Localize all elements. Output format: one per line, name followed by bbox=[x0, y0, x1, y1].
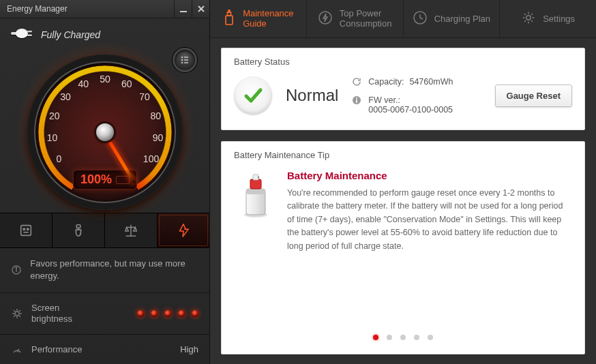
gauge-tick-label: 0 bbox=[57, 153, 62, 164]
svg-rect-30 bbox=[226, 16, 233, 25]
info-rows: Favors performance, but may use more ene… bbox=[0, 248, 209, 364]
spray-can-graphic bbox=[237, 170, 275, 253]
svg-point-33 bbox=[319, 12, 331, 24]
tab-label: Top Power Consumption bbox=[340, 9, 392, 29]
battery-gauge: 100% 0102030405060708090100 bbox=[27, 55, 183, 210]
refresh-icon bbox=[352, 77, 363, 89]
performance-row[interactable]: Performance High bbox=[0, 335, 209, 364]
mode-tab-performance[interactable] bbox=[158, 213, 209, 247]
svg-rect-6 bbox=[27, 35, 32, 36]
tab-label: Charging Plan bbox=[434, 14, 490, 24]
svg-point-4 bbox=[16, 29, 28, 38]
svg-point-38 bbox=[356, 97, 357, 99]
svg-point-19 bbox=[16, 268, 17, 269]
titlebar: Energy Manager bbox=[0, 0, 209, 18]
performance-label: Performance bbox=[31, 344, 82, 354]
clock-icon bbox=[413, 10, 428, 27]
tab-settings[interactable]: Settings bbox=[500, 0, 596, 37]
gauge-tick-label: 50 bbox=[100, 74, 110, 85]
mode-tab-balanced[interactable] bbox=[0, 213, 53, 247]
gauge-tick-label: 80 bbox=[150, 110, 161, 121]
fw-value: 0005-0067-0100-0005 bbox=[368, 105, 453, 115]
performance-value: High bbox=[180, 344, 198, 354]
svg-point-15 bbox=[27, 228, 29, 230]
svg-rect-5 bbox=[27, 31, 32, 32]
gauge-tick-label: 10 bbox=[47, 132, 58, 143]
tab-charging-plan[interactable]: Charging Plan bbox=[404, 0, 501, 37]
svg-rect-10 bbox=[184, 59, 188, 61]
svg-rect-8 bbox=[184, 57, 188, 58]
gauge-tick-label: 100 bbox=[143, 153, 159, 164]
svg-line-26 bbox=[19, 316, 20, 316]
tip-pager[interactable] bbox=[222, 324, 584, 354]
gear-icon bbox=[521, 10, 536, 27]
gauge-hub bbox=[96, 123, 114, 141]
pager-dot[interactable] bbox=[428, 335, 433, 340]
mode-description-row: Favors performance, but may use more ene… bbox=[0, 248, 209, 292]
main-tabs: Maintenance Guide Top Power Consumption … bbox=[210, 0, 596, 38]
pager-dot[interactable] bbox=[373, 335, 378, 340]
tab-top-power-consumption[interactable]: Top Power Consumption bbox=[307, 0, 404, 37]
svg-point-11 bbox=[181, 62, 183, 64]
svg-rect-0 bbox=[180, 11, 187, 12]
svg-point-7 bbox=[181, 57, 183, 59]
brightness-label: Screen brightness bbox=[31, 303, 86, 325]
window-title: Energy Manager bbox=[7, 4, 68, 14]
battery-status-heading: Battery Status bbox=[222, 48, 584, 74]
right-panel: Maintenance Guide Top Power Consumption … bbox=[210, 0, 596, 364]
percent-value: 100% bbox=[80, 172, 112, 187]
gauge-tick-label: 40 bbox=[78, 78, 89, 89]
gauge-list-button[interactable] bbox=[173, 48, 197, 72]
tab-label: Settings bbox=[543, 14, 575, 24]
pager-dot[interactable] bbox=[414, 335, 419, 340]
battery-tip-card: Battery Maintenance Tip Battery Maintena… bbox=[221, 141, 585, 354]
tip-body-text: You're recommended to perform gauge rese… bbox=[287, 187, 569, 253]
svg-rect-41 bbox=[246, 189, 265, 194]
battery-kv: Capacity: 54760mWh FW ver.: 0005-0067-01… bbox=[352, 77, 481, 115]
svg-point-20 bbox=[15, 312, 19, 316]
svg-line-25 bbox=[14, 310, 14, 311]
svg-rect-12 bbox=[184, 62, 188, 63]
tab-label: Maintenance Guide bbox=[243, 9, 293, 29]
tip-title: Battery Maintenance bbox=[287, 170, 569, 181]
brightness-icon bbox=[11, 309, 23, 318]
battery-status-card: Battery Status Normal Capacity: 54760mWh bbox=[221, 48, 585, 130]
svg-line-28 bbox=[14, 316, 14, 316]
spray-can-icon bbox=[222, 10, 236, 28]
svg-point-14 bbox=[23, 228, 25, 230]
brightness-row[interactable]: Screen brightness bbox=[0, 293, 209, 335]
pager-dot[interactable] bbox=[400, 335, 406, 340]
gauge-tick-label: 30 bbox=[60, 91, 71, 102]
left-panel: Energy Manager Fully Charged bbox=[0, 0, 210, 364]
charge-status-row: Fully Charged bbox=[0, 18, 209, 50]
gauge-tick-label: 60 bbox=[121, 78, 132, 89]
bolt-icon bbox=[318, 10, 333, 27]
capacity-label: Capacity: bbox=[368, 77, 404, 87]
gauge-reset-button[interactable]: Gauge Reset bbox=[495, 85, 572, 107]
charge-status-text: Fully Charged bbox=[41, 29, 100, 40]
svg-rect-13 bbox=[21, 226, 31, 236]
tab-maintenance-guide[interactable]: Maintenance Guide bbox=[210, 0, 307, 37]
gauge-tick-label: 70 bbox=[139, 91, 150, 102]
svg-point-35 bbox=[526, 16, 531, 20]
plug-icon bbox=[11, 27, 34, 42]
info-icon bbox=[11, 265, 22, 275]
mode-tab-eco[interactable] bbox=[53, 213, 105, 247]
mode-tab-scale[interactable] bbox=[105, 213, 158, 247]
fw-label: FW ver.: bbox=[368, 95, 400, 105]
mode-description: Favors performance, but may use more ene… bbox=[30, 258, 198, 282]
gauge-tick-label: 20 bbox=[49, 110, 60, 121]
power-mode-tabs bbox=[0, 213, 209, 248]
gauge-tick-label: 90 bbox=[153, 132, 164, 143]
svg-rect-32 bbox=[228, 10, 230, 12]
brightness-dots[interactable] bbox=[137, 310, 198, 317]
minimize-button[interactable] bbox=[174, 0, 192, 18]
capacity-value: 54760mWh bbox=[409, 77, 453, 87]
svg-rect-16 bbox=[76, 225, 80, 228]
svg-point-44 bbox=[258, 177, 260, 179]
pager-dot[interactable] bbox=[387, 335, 392, 340]
content-area: Battery Status Normal Capacity: 54760mWh bbox=[210, 38, 596, 364]
battery-status-value: Normal bbox=[286, 86, 338, 105]
info-mini-icon bbox=[352, 95, 363, 107]
close-button[interactable] bbox=[192, 0, 209, 18]
